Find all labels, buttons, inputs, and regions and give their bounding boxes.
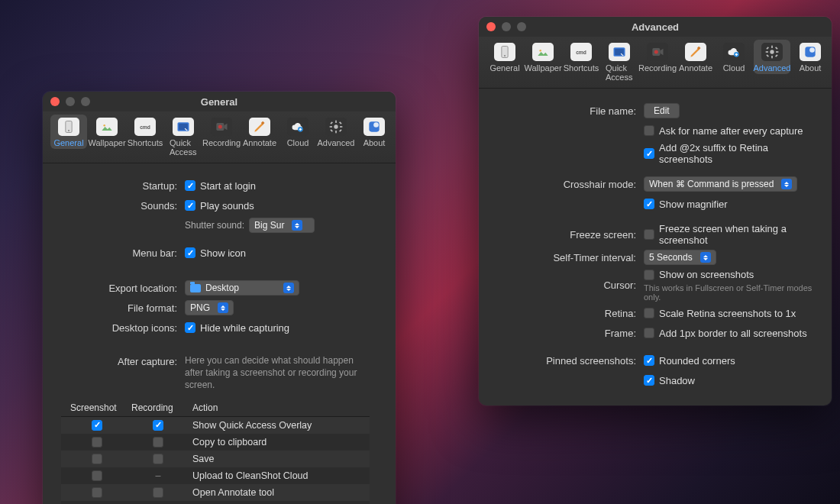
tab-quickaccess[interactable]: Quick Access bbox=[165, 115, 202, 158]
table-row: Open Annotate tool bbox=[61, 484, 370, 501]
chevron-updown-icon bbox=[283, 283, 294, 293]
select-timer[interactable]: 5 Seconds bbox=[644, 250, 716, 265]
label-pinned: Pinned screenshots: bbox=[491, 355, 644, 367]
tab-wallpaper[interactable]: Wallpaper bbox=[89, 115, 125, 149]
label-freeze: Freeze screen: bbox=[491, 229, 644, 241]
svg-rect-42 bbox=[330, 129, 333, 132]
svg-rect-43 bbox=[339, 129, 342, 132]
action-label: Save bbox=[192, 454, 360, 464]
about-icon bbox=[800, 43, 821, 61]
action-label: Copy to clipboard bbox=[192, 437, 360, 447]
chevron-updown-icon bbox=[781, 179, 792, 189]
svg-point-9 bbox=[654, 50, 658, 54]
window-title: General bbox=[201, 96, 237, 108]
tab-label: Wallpaper bbox=[88, 138, 125, 147]
tab-label: Annotate bbox=[243, 138, 276, 147]
cloud-icon bbox=[723, 43, 745, 61]
select-export-location[interactable]: Desktop bbox=[185, 280, 299, 296]
tab-general[interactable]: General bbox=[486, 40, 523, 74]
table-row: Save bbox=[61, 451, 370, 467]
checkbox-rounded[interactable] bbox=[644, 355, 654, 366]
tab-annotate[interactable]: Annotate bbox=[677, 40, 714, 74]
svg-text:cmd: cmd bbox=[140, 124, 150, 130]
checkbox-screenshot-4[interactable] bbox=[92, 487, 102, 498]
tab-label: General bbox=[489, 63, 519, 73]
select-crosshair[interactable]: When ⌘ Command is pressed bbox=[644, 176, 797, 192]
label-shadow: Shadow bbox=[659, 375, 695, 386]
checkbox-hide-while[interactable] bbox=[185, 322, 195, 333]
checkbox-shadow[interactable] bbox=[644, 375, 654, 386]
checkbox-magnifier[interactable] bbox=[644, 199, 654, 209]
checkbox-cursor[interactable] bbox=[644, 270, 654, 280]
tab-about[interactable]: About bbox=[792, 40, 829, 74]
recording-icon bbox=[211, 118, 232, 136]
label-magnifier: Show magnifier bbox=[659, 199, 728, 210]
checkbox-add-2x[interactable] bbox=[644, 148, 654, 159]
checkbox-recording-4[interactable] bbox=[153, 487, 163, 498]
svg-rect-37 bbox=[335, 131, 337, 133]
select-file-format[interactable]: PNG bbox=[185, 300, 234, 315]
svg-rect-39 bbox=[340, 126, 342, 128]
tab-advanced[interactable]: Advanced bbox=[754, 40, 790, 74]
label-export: Export location: bbox=[55, 283, 185, 294]
label-retina: Retina: bbox=[491, 308, 644, 319]
tab-label: About bbox=[363, 138, 386, 147]
checkbox-show-icon[interactable] bbox=[185, 247, 195, 258]
dash-icon: – bbox=[153, 470, 163, 481]
close-button[interactable] bbox=[50, 97, 60, 106]
checkbox-recording-0[interactable] bbox=[153, 420, 163, 431]
tab-general[interactable]: General bbox=[50, 115, 87, 149]
label-frame-opt: Add 1px border to all screenshots bbox=[659, 328, 807, 339]
select-shutter[interactable]: Big Sur bbox=[249, 218, 315, 233]
checkbox-recording-2[interactable] bbox=[153, 454, 163, 464]
checkbox-frame[interactable] bbox=[644, 328, 654, 338]
checkbox-play-sounds[interactable] bbox=[185, 200, 195, 211]
about-icon bbox=[363, 118, 385, 136]
maximize-button[interactable] bbox=[517, 22, 526, 31]
checkbox-screenshot-0[interactable] bbox=[92, 420, 102, 431]
tab-quickaccess[interactable]: Quick Access bbox=[601, 40, 638, 83]
tab-label: Cloud bbox=[723, 63, 745, 73]
svg-point-32 bbox=[218, 125, 222, 129]
tab-cloud[interactable]: Cloud bbox=[279, 115, 316, 149]
checkbox-retina[interactable] bbox=[644, 308, 654, 318]
svg-rect-7 bbox=[615, 49, 624, 55]
svg-rect-41 bbox=[339, 121, 342, 124]
tab-label: Cloud bbox=[287, 138, 309, 147]
checkbox-start-at-login[interactable] bbox=[185, 180, 195, 191]
checkbox-recording-1[interactable] bbox=[153, 437, 163, 447]
minimize-button[interactable] bbox=[66, 97, 75, 106]
tab-recording[interactable]: Recording bbox=[639, 40, 676, 74]
maximize-button[interactable] bbox=[81, 97, 90, 106]
tab-wallpaper[interactable]: Wallpaper bbox=[525, 40, 561, 74]
recording-icon bbox=[647, 43, 668, 61]
tab-about[interactable]: About bbox=[356, 115, 393, 149]
tab-annotate[interactable]: Annotate bbox=[241, 115, 278, 149]
table-row: –Upload to CleanShot Cloud bbox=[61, 467, 370, 484]
tab-label: About bbox=[800, 63, 822, 73]
tab-shortcuts[interactable]: cmdShortcuts bbox=[127, 115, 163, 149]
svg-rect-18 bbox=[775, 47, 778, 50]
svg-rect-30 bbox=[179, 124, 188, 130]
col-screenshot: Screenshot bbox=[70, 402, 124, 413]
checkbox-screenshot-2[interactable] bbox=[92, 454, 102, 464]
checkbox-screenshot-1[interactable] bbox=[92, 437, 102, 447]
checkbox-ask-name[interactable] bbox=[644, 125, 654, 136]
table-row: Show Quick Access Overlay bbox=[61, 417, 370, 434]
minimize-button[interactable] bbox=[502, 22, 511, 31]
tab-shortcuts[interactable]: cmdShortcuts bbox=[563, 40, 599, 74]
action-label: Upload to CleanShot Cloud bbox=[192, 470, 360, 481]
label-startup: Startup: bbox=[55, 180, 185, 192]
col-action: Action bbox=[192, 402, 360, 413]
tab-advanced[interactable]: Advanced bbox=[318, 115, 354, 149]
svg-point-3 bbox=[539, 50, 541, 52]
tab-recording[interactable]: Recording bbox=[203, 115, 240, 149]
col-recording: Recording bbox=[131, 402, 185, 413]
checkbox-screenshot-3[interactable] bbox=[92, 470, 102, 481]
edit-filename-button[interactable]: Edit bbox=[644, 103, 680, 118]
tab-cloud[interactable]: Cloud bbox=[716, 40, 752, 74]
after-capture-note: Here you can decide what should happen a… bbox=[185, 354, 360, 392]
checkbox-freeze[interactable] bbox=[644, 229, 654, 240]
close-button[interactable] bbox=[486, 22, 496, 31]
general-icon bbox=[494, 43, 515, 61]
